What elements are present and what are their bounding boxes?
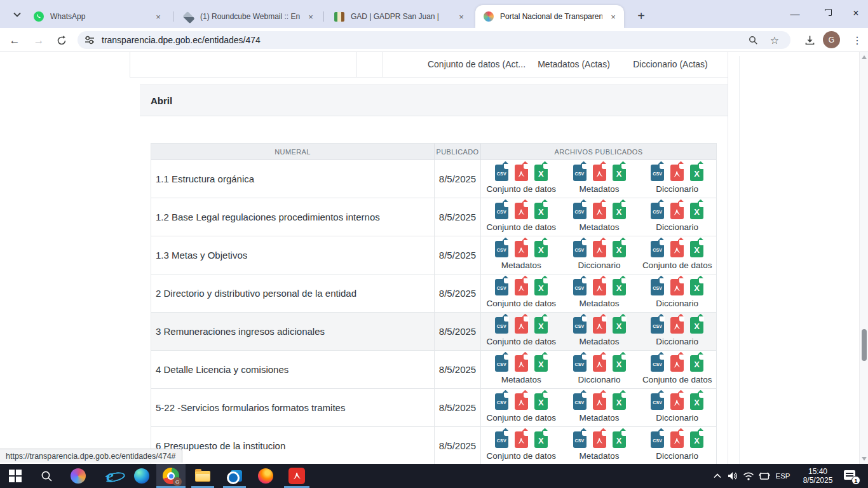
csv-file-icon[interactable]: CSV [573, 355, 587, 372]
pdf-file-icon[interactable] [670, 279, 684, 295]
browser-menu-icon[interactable]: ⋮ [850, 32, 864, 48]
numeral-cell[interactable]: 4 Detalle Licencia y comisiones [151, 351, 435, 388]
file-explorer-icon[interactable] [194, 464, 211, 488]
pdf-file-icon[interactable] [515, 165, 528, 181]
pdf-file-icon[interactable] [515, 355, 528, 372]
pdf-file-icon[interactable] [670, 165, 684, 181]
scroll-up-icon[interactable] [862, 55, 867, 59]
xls-file-icon[interactable]: X [613, 241, 626, 257]
pdf-file-icon[interactable] [515, 279, 528, 295]
pdf-file-icon[interactable] [515, 393, 528, 410]
file-group-label[interactable]: Metadatos [579, 299, 619, 308]
file-group-label[interactable]: Diccionario [578, 375, 621, 384]
xls-file-icon[interactable]: X [690, 355, 703, 372]
tab-close-icon[interactable]: × [153, 11, 164, 22]
csv-file-icon[interactable]: CSV [651, 431, 664, 448]
pdf-file-icon[interactable] [670, 241, 684, 257]
csv-file-icon[interactable]: CSV [495, 393, 508, 410]
xls-file-icon[interactable]: X [534, 203, 548, 219]
reload-icon[interactable] [53, 32, 70, 49]
pdf-file-icon[interactable] [593, 165, 606, 181]
scrollbar-thumb[interactable] [862, 329, 867, 361]
xls-file-icon[interactable]: X [613, 165, 626, 181]
xls-file-icon[interactable]: X [534, 431, 548, 448]
file-group-label[interactable]: Metadatos [579, 451, 619, 461]
file-group-label[interactable]: Metadatos [579, 337, 619, 346]
tab-roundcube[interactable]: (1) Roundcube Webmail :: Entra × [175, 5, 322, 28]
copilot-icon[interactable] [70, 464, 86, 488]
pdf-file-icon[interactable] [670, 393, 684, 410]
pdf-file-icon[interactable] [670, 317, 684, 334]
start-button[interactable] [6, 464, 24, 488]
csv-file-icon[interactable]: CSV [495, 241, 508, 257]
xls-file-icon[interactable]: X [613, 431, 626, 448]
pdf-file-icon[interactable] [670, 431, 684, 448]
csv-file-icon[interactable]: CSV [573, 241, 587, 257]
file-group-label[interactable]: Diccionario [656, 222, 698, 232]
chrome-taskbar-active[interactable]: G [156, 464, 186, 488]
taskbar-clock[interactable]: 15:40 8/5/2025 [796, 464, 840, 488]
pdf-file-icon[interactable] [515, 431, 528, 448]
numeral-cell[interactable]: 5-22 -Servicios formularios formatos tra… [151, 389, 435, 426]
tab-portal-transparencia-active[interactable]: Portal Nacional de Transparenc × [475, 5, 624, 28]
file-group-label[interactable]: Diccionario [656, 337, 698, 346]
firefox-icon[interactable] [257, 464, 274, 488]
wifi-icon[interactable] [742, 464, 756, 488]
xls-file-icon[interactable]: X [613, 203, 626, 219]
pdf-file-icon[interactable] [593, 203, 606, 219]
csv-file-icon[interactable]: CSV [573, 203, 587, 219]
bookmark-star-icon[interactable]: ☆ [769, 34, 780, 46]
acrobat-icon[interactable] [288, 464, 306, 488]
tab-gad[interactable]: GAD | GADPR San Juan | × [326, 5, 472, 28]
url-bar[interactable]: transparencia.dpe.gob.ec/entidades/474 ☆ [78, 31, 790, 49]
numeral-cell[interactable]: 6 Presupuesto de la institucion [151, 427, 435, 464]
tab-close-icon[interactable]: × [456, 11, 467, 22]
file-group-label[interactable]: Conjunto de datos [487, 184, 557, 194]
file-group-label[interactable]: Conjunto de datos [642, 261, 712, 270]
csv-file-icon[interactable]: CSV [573, 165, 587, 181]
file-group-label[interactable]: Diccionario [656, 184, 698, 194]
edge-icon[interactable] [133, 464, 150, 488]
xls-file-icon[interactable]: X [613, 317, 626, 334]
csv-file-icon[interactable]: CSV [651, 165, 664, 181]
tab-whatsapp[interactable]: WhatsApp × [25, 5, 169, 28]
pdf-file-icon[interactable] [593, 241, 606, 257]
file-group-label[interactable]: Metadatos [501, 375, 541, 384]
connect-display-icon[interactable] [757, 464, 771, 488]
csv-file-icon[interactable]: CSV [651, 393, 664, 410]
csv-file-icon[interactable]: CSV [651, 317, 664, 334]
file-group-label[interactable]: Conjunto de datos [487, 222, 557, 232]
csv-file-icon[interactable]: CSV [651, 355, 664, 372]
new-tab-button[interactable]: + [633, 8, 649, 24]
back-icon[interactable]: ← [6, 32, 23, 49]
file-group-label[interactable]: Metadatos [579, 222, 619, 232]
language-indicator[interactable]: ESP [773, 464, 793, 488]
numeral-cell[interactable]: 1.1 Estructura orgánica [151, 160, 435, 198]
profile-avatar[interactable]: G [823, 31, 840, 48]
csv-file-icon[interactable]: CSV [495, 431, 508, 448]
pdf-file-icon[interactable] [515, 241, 528, 257]
window-minimize-icon[interactable]: — [785, 5, 804, 22]
file-group-label[interactable]: Diccionario [578, 261, 621, 270]
xls-file-icon[interactable]: X [534, 393, 548, 410]
xls-file-icon[interactable]: X [690, 165, 703, 181]
file-group-label[interactable]: Metadatos [501, 261, 541, 270]
xls-file-icon[interactable]: X [690, 241, 703, 257]
numeral-cell[interactable]: 3 Remuneraciones ingresos adicionales [151, 313, 435, 350]
downloads-icon[interactable] [802, 32, 817, 48]
xls-file-icon[interactable]: X [613, 279, 626, 295]
pdf-file-icon[interactable] [515, 203, 528, 219]
tab-close-icon[interactable]: × [305, 11, 316, 22]
file-group-label[interactable]: Conjunto de datos [487, 451, 557, 461]
tray-chevron-up-icon[interactable] [710, 464, 724, 488]
site-settings-tune-icon[interactable] [85, 35, 95, 48]
csv-file-icon[interactable]: CSV [573, 279, 587, 295]
xls-file-icon[interactable]: X [534, 279, 548, 295]
window-restore-icon[interactable] [816, 5, 835, 22]
file-group-label[interactable]: Conjunto de datos [487, 413, 557, 423]
csv-file-icon[interactable]: CSV [495, 279, 508, 295]
xls-file-icon[interactable]: X [690, 317, 703, 334]
csv-file-icon[interactable]: CSV [651, 241, 664, 257]
csv-file-icon[interactable]: CSV [495, 165, 508, 181]
page-scrollbar[interactable] [859, 52, 868, 464]
